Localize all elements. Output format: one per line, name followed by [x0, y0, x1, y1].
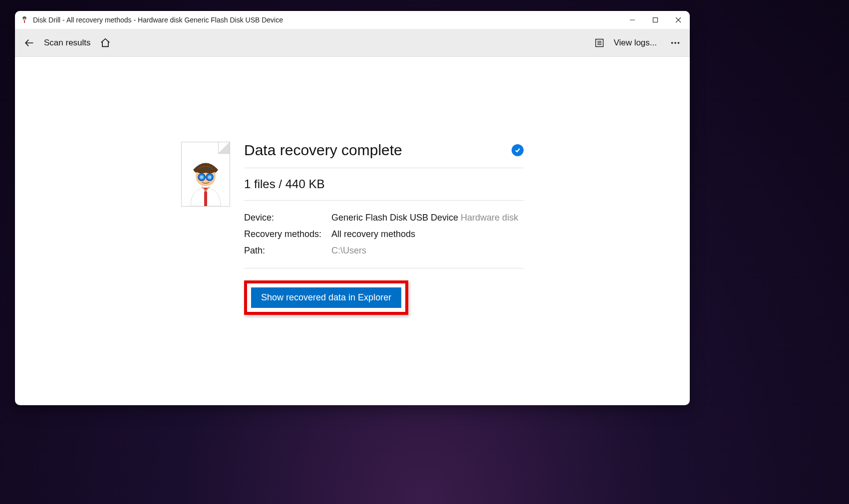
svg-rect-6: [653, 18, 658, 22]
result-heading: Data recovery complete: [244, 142, 402, 159]
window-title: Disk Drill - All recovery methods - Hard…: [33, 16, 283, 24]
detail-row-path: Path: C:\Users: [244, 243, 524, 259]
svg-point-15: [674, 42, 676, 44]
svg-point-14: [671, 42, 673, 44]
maximize-button[interactable]: [644, 11, 667, 29]
titlebar: Disk Drill - All recovery methods - Hard…: [15, 11, 690, 29]
app-icon: [20, 15, 29, 24]
svg-point-1: [23, 18, 24, 19]
success-check-icon: [512, 144, 524, 156]
svg-point-16: [678, 42, 680, 44]
divider: [244, 200, 524, 201]
device-value: Generic Flash Disk USB Device Hardware d…: [331, 213, 524, 223]
view-logs-link[interactable]: View logs...: [613, 38, 657, 48]
result-pane: Data recovery complete 1 files / 440 KB …: [181, 142, 524, 405]
result-summary: 1 files / 440 KB: [244, 177, 524, 191]
minimize-button[interactable]: [621, 11, 644, 29]
toolbar: Scan results View logs...: [15, 29, 690, 57]
detail-row-methods: Recovery methods: All recovery methods: [244, 226, 524, 243]
window-controls: [621, 11, 690, 29]
show-in-explorer-button[interactable]: Show recovered data in Explorer: [251, 287, 401, 308]
back-arrow-icon[interactable]: [24, 37, 35, 48]
svg-point-20: [200, 176, 204, 179]
svg-rect-4: [24, 20, 25, 23]
path-value: C:\Users: [331, 246, 524, 256]
divider: [244, 268, 524, 268]
svg-point-21: [208, 176, 212, 179]
device-label: Device:: [244, 213, 331, 223]
breadcrumb[interactable]: Scan results: [44, 38, 91, 48]
detail-row-device: Device: Generic Flash Disk USB Device Ha…: [244, 210, 524, 226]
methods-label: Recovery methods:: [244, 229, 331, 240]
app-window: Disk Drill - All recovery methods - Hard…: [15, 11, 690, 405]
methods-value: All recovery methods: [331, 229, 524, 240]
more-icon[interactable]: [670, 37, 681, 48]
svg-point-2: [25, 18, 26, 19]
logs-icon[interactable]: [594, 38, 604, 48]
svg-rect-23: [204, 192, 207, 206]
home-icon[interactable]: [100, 37, 111, 48]
path-label: Path:: [244, 246, 331, 256]
info-column: Data recovery complete 1 files / 440 KB …: [244, 142, 524, 405]
divider: [244, 168, 524, 168]
annotation-highlight-box: Show recovered data in Explorer: [244, 280, 408, 315]
close-button[interactable]: [667, 11, 690, 29]
content-area: Data recovery complete 1 files / 440 KB …: [15, 57, 690, 405]
file-avatar-illustration: [181, 142, 230, 207]
action-area: Show recovered data in Explorer: [244, 277, 524, 315]
